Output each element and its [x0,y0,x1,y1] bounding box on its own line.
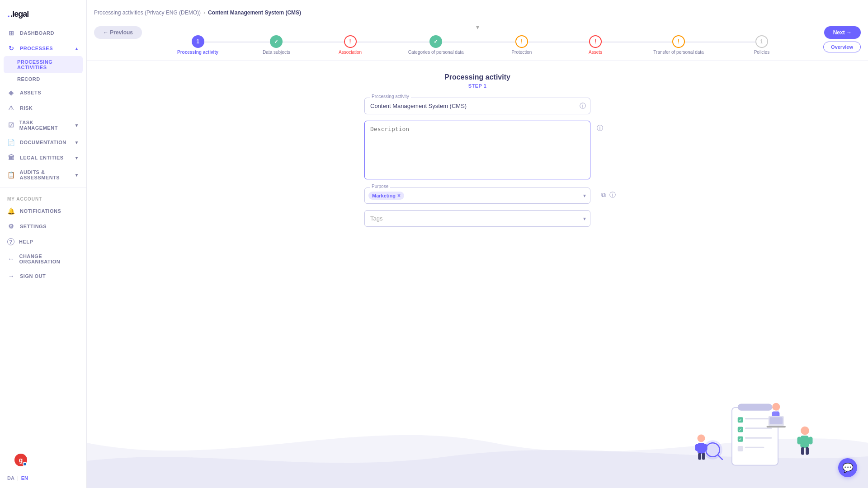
stepper-container: ▾ ← Previous 1 Processing activity ✓ Dat… [87,20,868,61]
logo: ..legal [0,0,86,25]
sidebar-nav: ⊞ DASHBOARD ↻ PROCESSES ▲ PROCESSING ACT… [0,25,86,448]
step-policies[interactable]: ℹ Policies [746,35,778,55]
breadcrumb-parent[interactable]: Processing activities (Privacy ENG (DEMO… [94,9,201,16]
svg-rect-19 [703,444,708,451]
description-info-icon[interactable]: ⓘ [597,124,603,132]
step-label-6: Assets [589,50,602,55]
sidebar-item-task-management[interactable]: ☑ TASK MANAGEMENT ▼ [0,116,86,135]
breadcrumb-current: Content Management System (CMS) [208,9,301,16]
lang-en[interactable]: EN [21,475,28,481]
tags-select[interactable]: Tags [364,210,590,227]
svg-rect-17 [698,443,705,454]
sign-out-icon: → [7,272,15,280]
legal-entities-chevron: ▼ [75,155,79,160]
chat-button[interactable]: 💬 [838,458,857,477]
activity-label: Processing activity [370,94,411,99]
language-row: g [0,448,86,472]
svg-point-16 [698,435,705,442]
step-label-3: Association [339,50,362,55]
sidebar-item-documentation[interactable]: 📄 DOCUMENTATION ▼ [0,135,86,150]
processes-chevron: ▲ [75,46,79,51]
svg-line-15 [718,455,722,460]
my-account-section-label: MY ACCOUNT [0,190,86,203]
breadcrumb-separator: › [203,9,205,16]
svg-rect-25 [809,437,813,445]
step-circle-3: ! [344,35,357,48]
svg-rect-32 [767,426,786,427]
remove-marketing-tag[interactable]: × [397,192,401,199]
purpose-select[interactable]: Marketing × [364,188,590,204]
step-processing-activity[interactable]: 1 Processing activity [177,35,218,55]
prev-button[interactable]: ← Previous [94,26,142,39]
svg-point-22 [801,427,809,435]
tags-placeholder: Tags [370,215,382,222]
step-circle-2: ✓ [270,35,283,48]
logo-dot: . [7,8,9,20]
step-label-2: Data subjects [263,50,290,55]
step-protection[interactable]: ! Protection [506,35,538,55]
svg-rect-23 [800,436,809,448]
sidebar-item-record[interactable]: RECORD [0,73,86,85]
sidebar-item-audits[interactable]: 📋 AUDITS & ASSESSMENTS ▼ [0,165,86,184]
form-panel: Processing activity STEP 1 Processing ac… [364,61,590,227]
step-transfer[interactable]: ! Transfer of personal data [653,35,703,55]
sidebar-item-legal-entities[interactable]: 🏛 LEGAL ENTITIES ▼ [0,150,86,165]
notification-dot [23,462,27,466]
change-org-icon: ↔ [7,255,14,263]
illustration: ✓ ✓ ✓ [678,398,832,479]
sidebar-item-change-org[interactable]: ↔ CHANGE ORGANISATION [0,249,86,268]
svg-rect-10 [745,437,772,438]
step-categories[interactable]: ✓ Categories of personal data [408,35,464,55]
step-circle-1: 1 [192,35,204,48]
sidebar-item-sign-out[interactable]: → SIGN OUT [0,268,86,284]
language-switcher: DA | EN [0,472,86,484]
task-management-icon: ☑ [7,122,15,129]
svg-rect-21 [702,453,705,460]
processes-icon: ↻ [7,45,15,52]
sidebar-item-processing-activities[interactable]: PROCESSING ACTIVITIES [4,56,83,73]
overview-button[interactable]: Overview [823,42,861,52]
svg-rect-2 [738,417,743,422]
right-buttons: Next → Overview [823,26,861,52]
purpose-copy-icon[interactable]: ⧉ [601,191,606,199]
sidebar-item-processes[interactable]: ↻ PROCESSES ▲ [0,41,86,56]
lang-da[interactable]: DA [7,475,14,481]
stepper-collapse[interactable]: ▾ [177,23,778,31]
dashboard-icon: ⊞ [7,29,15,37]
svg-point-13 [703,440,722,460]
step-circle-8: ℹ [755,35,768,48]
sidebar-item-assets[interactable]: ◈ ASSETS [0,85,86,100]
svg-rect-0 [732,408,778,465]
next-button[interactable]: Next → [824,26,861,39]
prev-button-wrap: ← Previous [94,26,142,39]
svg-rect-26 [801,447,804,455]
svg-rect-4 [745,418,772,419]
svg-rect-29 [772,412,779,421]
main-area: Processing activities (Privacy ENG (DEMO… [87,0,868,488]
sidebar-item-help[interactable]: ? HELP [0,234,86,249]
purpose-info-icon[interactable]: ⓘ [609,191,616,199]
description-input[interactable] [364,121,590,179]
activity-input[interactable] [364,98,590,114]
sidebar-item-notifications[interactable]: 🔔 NOTIFICATIONS [0,203,86,219]
svg-text:✓: ✓ [739,437,742,441]
svg-rect-7 [745,427,772,429]
activity-info-icon[interactable]: ⓘ [580,102,586,110]
documentation-chevron: ▼ [75,140,79,145]
svg-rect-31 [769,417,783,424]
documentation-icon: 📄 [7,139,15,146]
sidebar-item-settings[interactable]: ⚙ SETTINGS [0,219,86,234]
step-assets[interactable]: ! Assets [580,35,611,55]
sidebar-item-risk[interactable]: ⚠ RISK [0,100,86,116]
step-association[interactable]: ! Association [335,35,366,55]
sidebar-divider [0,187,86,188]
purpose-field-wrap: Purpose Marketing × ▾ ⓘ ⧉ [364,188,590,204]
svg-rect-30 [769,416,784,426]
svg-rect-24 [797,437,802,445]
step-data-subjects[interactable]: ✓ Data subjects [260,35,292,55]
svg-text:✓: ✓ [739,418,742,422]
breadcrumb: Processing activities (Privacy ENG (DEMO… [94,9,301,16]
svg-point-14 [706,443,720,457]
sidebar-item-dashboard[interactable]: ⊞ DASHBOARD [0,25,86,41]
legal-entities-icon: 🏛 [7,154,15,161]
